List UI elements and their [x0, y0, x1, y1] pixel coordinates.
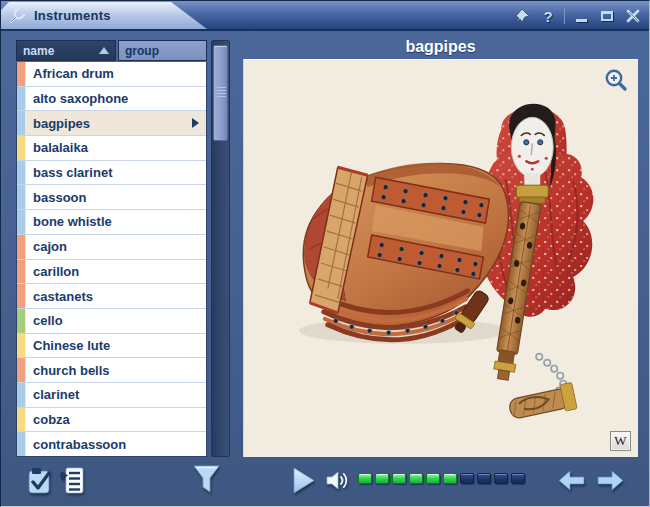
window-title: Instruments: [34, 8, 111, 23]
filter-button[interactable]: [193, 465, 220, 500]
quiz-mode-button[interactable]: [28, 467, 53, 499]
column-header-name[interactable]: name: [16, 40, 116, 61]
instrument-name: bone whistle: [33, 214, 112, 229]
group-color-strip: [17, 210, 26, 234]
title-bar[interactable]: Instruments ?: [1, 1, 649, 31]
group-color-strip: [17, 136, 26, 160]
sort-ascending-icon: [99, 47, 109, 54]
checkbox-icon: [28, 467, 53, 495]
title-tab: Instruments: [1, 2, 209, 29]
speaker-icon: [325, 469, 350, 492]
volume-segment[interactable]: [392, 473, 406, 484]
zoom-in-button[interactable]: [603, 67, 629, 93]
pin-icon[interactable]: [512, 6, 532, 26]
list-item[interactable]: castanets: [17, 284, 206, 309]
list-item[interactable]: cobza: [17, 408, 206, 433]
volume-segment[interactable]: [460, 473, 474, 484]
group-color-strip: [17, 111, 26, 135]
magnifier-icon: [603, 67, 629, 93]
scrollbar-grip: [217, 87, 226, 99]
volume-segment[interactable]: [511, 473, 525, 484]
volume-segment[interactable]: [494, 473, 508, 484]
group-color-strip: [17, 358, 26, 382]
column-name-label: name: [23, 44, 54, 58]
instrument-name: bass clarinet: [33, 165, 113, 180]
next-button[interactable]: [596, 469, 625, 496]
close-icon: [626, 9, 640, 23]
instrument-name: church bells: [33, 363, 110, 378]
instrument-name: African drum: [33, 66, 114, 81]
instrument-name: carillon: [33, 264, 79, 279]
group-color-strip: [17, 260, 26, 284]
list-item[interactable]: contrabassoon: [17, 432, 206, 456]
previous-button[interactable]: [557, 469, 586, 496]
tuning-fork-icon: [9, 8, 26, 24]
list-item[interactable]: bassoon: [17, 185, 206, 210]
list-item[interactable]: African drum: [17, 62, 206, 87]
instruments-window: Instruments ? name: [0, 0, 650, 507]
list-item[interactable]: bagpipes: [17, 111, 206, 136]
list-header: name group: [16, 40, 207, 61]
filter-funnel-icon: [193, 465, 220, 496]
wikipedia-button[interactable]: W: [610, 431, 631, 451]
scrollbar-thumb[interactable]: [213, 45, 228, 141]
detail-title: bagpipes: [243, 38, 638, 59]
column-group-label: group: [125, 44, 159, 58]
instrument-name: cobza: [33, 412, 70, 427]
group-color-strip: [17, 309, 26, 333]
column-header-group[interactable]: group: [118, 40, 207, 61]
list-item[interactable]: alto saxophone: [17, 87, 206, 112]
group-color-strip: [17, 185, 26, 209]
instrument-name: castanets: [33, 289, 93, 304]
group-color-strip: [17, 235, 26, 259]
list-item[interactable]: clarinet: [17, 383, 206, 408]
instrument-name: clarinet: [33, 387, 79, 402]
maximize-button[interactable]: [597, 6, 617, 26]
list-scrollbar[interactable]: [211, 40, 230, 457]
list-item[interactable]: balalaika: [17, 136, 206, 161]
list-item[interactable]: church bells: [17, 358, 206, 383]
controls-divider: [564, 8, 565, 24]
list-item[interactable]: cajon: [17, 235, 206, 260]
window-controls: ?: [512, 5, 643, 27]
instrument-name: balalaika: [33, 140, 88, 155]
instrument-name: bagpipes: [33, 116, 90, 131]
minimize-button[interactable]: [571, 6, 591, 26]
volume-button[interactable]: [325, 469, 350, 496]
volume-segment[interactable]: [375, 473, 389, 484]
play-icon: [292, 467, 316, 494]
group-color-strip: [17, 62, 26, 86]
group-color-strip: [17, 383, 26, 407]
help-button[interactable]: ?: [538, 6, 558, 26]
index-list-button[interactable]: [59, 467, 84, 499]
group-color-strip: [17, 87, 26, 111]
volume-segment[interactable]: [358, 473, 372, 484]
group-color-strip: [17, 284, 26, 308]
wikipedia-label: W: [614, 433, 626, 449]
volume-meter: [358, 473, 525, 484]
close-button[interactable]: [623, 6, 643, 26]
list-item[interactable]: bone whistle: [17, 210, 206, 235]
arrow-right-icon: [596, 469, 625, 492]
group-color-strip: [17, 334, 26, 358]
volume-segment[interactable]: [426, 473, 440, 484]
group-color-strip: [17, 408, 26, 432]
play-button[interactable]: [292, 467, 316, 498]
instrument-name: Chinese lute: [33, 338, 110, 353]
group-color-strip: [17, 161, 26, 185]
instrument-image-panel: W: [243, 59, 638, 457]
list-item[interactable]: cello: [17, 309, 206, 334]
volume-segment[interactable]: [443, 473, 457, 484]
instrument-rows: African drumalto saxophonebagpipesbalala…: [16, 62, 207, 457]
instrument-name: alto saxophone: [33, 91, 128, 106]
arrow-left-icon: [557, 469, 586, 492]
volume-segment[interactable]: [409, 473, 423, 484]
list-item[interactable]: carillon: [17, 260, 206, 285]
list-arrow-icon: [59, 467, 84, 495]
list-item[interactable]: bass clarinet: [17, 161, 206, 186]
instrument-name: bassoon: [33, 190, 86, 205]
list-item[interactable]: Chinese lute: [17, 334, 206, 359]
help-label: ?: [543, 8, 552, 25]
volume-segment[interactable]: [477, 473, 491, 484]
group-color-strip: [17, 432, 26, 456]
